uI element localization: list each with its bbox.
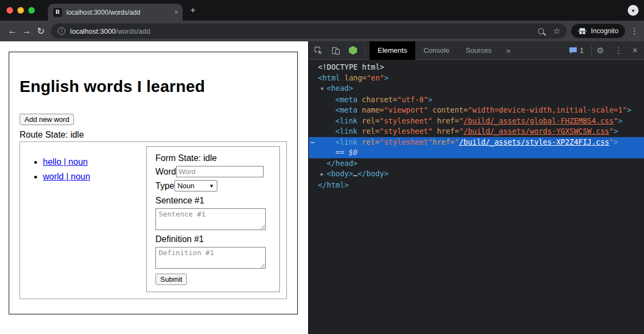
extension-hexagon-icon[interactable] [349, 46, 357, 55]
dom-node-line[interactable]: <meta name="viewport" content="width=dev… [309, 105, 644, 116]
dom-node-line[interactable]: </html> [309, 180, 644, 191]
disclosure-triangle-icon[interactable]: ▼ [321, 84, 327, 95]
minimize-window-button[interactable] [17, 7, 24, 14]
devtools-tabs: ElementsConsoleSources [370, 41, 500, 60]
word-list-item: world | noun [43, 172, 90, 182]
devtools-tab-sources[interactable]: Sources [458, 41, 500, 60]
fullscreen-window-button[interactable] [28, 7, 35, 14]
inspect-element-icon[interactable] [314, 46, 323, 55]
word-link[interactable]: world | noun [43, 172, 90, 181]
type-field-row: Type Noun ▼ [155, 180, 271, 191]
dom-node-line[interactable]: </head> [309, 158, 644, 169]
node-more-actions-icon[interactable]: … [310, 135, 315, 146]
url-text: localhost:3000/words/add [70, 27, 538, 35]
issues-bubble-icon [569, 47, 577, 54]
stylesheet-link: /build/_assets/words-YGXSWCSW.css [464, 127, 609, 135]
stylesheet-link: /build/_assets/styles-XP2Z4FIJ.css [459, 138, 609, 146]
word-input[interactable] [176, 166, 264, 177]
dom-node-line[interactable]: ▼<head> [309, 83, 644, 95]
web-page: English words I learned Add new word Rou… [0, 41, 308, 334]
add-new-word-button[interactable]: Add new word [20, 114, 74, 125]
type-select-value: Noun [178, 182, 195, 190]
dom-node-line[interactable]: …<link rel="stylesheet"href="/build/_ass… [309, 137, 644, 148]
favicon-letter: R [55, 9, 59, 15]
incognito-badge: Incognito [571, 24, 625, 38]
word-label: Word [155, 167, 176, 177]
issues-counter[interactable]: 1 [569, 47, 584, 54]
settings-gear-icon[interactable]: ⚙ [596, 46, 605, 55]
dom-node-line[interactable]: <link rel="stylesheet" href="/build/_ass… [309, 116, 644, 127]
browser-toolbar: ← → ↻ i localhost:3000/words/add ☆ Incog… [0, 21, 644, 41]
dom-node-line[interactable]: == $0 [309, 147, 644, 158]
word-field-row: Word [155, 166, 271, 177]
window-controls [7, 7, 35, 14]
address-bar[interactable]: i localhost:3000/words/add ☆ [51, 23, 567, 39]
dom-node-line[interactable]: <link rel="stylesheet" href="/build/_ass… [309, 126, 644, 137]
incognito-label: Incognito [591, 27, 618, 35]
form-state-text: Form State: idle [155, 153, 271, 163]
word-list-item: hello | noun [43, 157, 90, 167]
definition-label: Definition #1 [155, 234, 271, 244]
incognito-icon [578, 28, 587, 35]
issues-count: 1 [580, 47, 584, 54]
reload-button[interactable]: ↻ [34, 26, 48, 37]
dom-node-line[interactable]: <!DOCTYPE html> [309, 62, 644, 73]
remix-favicon-icon: R [53, 8, 62, 17]
route-state-text: Route State: idle [20, 130, 287, 140]
definition-textarea[interactable] [155, 247, 266, 269]
devtools-toolbar: ElementsConsoleSources » 1 ⚙ ⋮ × [309, 41, 644, 60]
browser-menu-icon[interactable]: ⋮ [630, 26, 639, 36]
type-select[interactable]: Noun ▼ [174, 180, 217, 191]
words-panel: hello | nounworld | noun Form State: idl… [20, 141, 287, 299]
devtools-panel: ElementsConsoleSources » 1 ⚙ ⋮ × <!DOCTY… [308, 41, 644, 334]
type-label: Type [155, 181, 174, 191]
browser-tab[interactable]: R localhost:3000/words/add × [48, 4, 183, 21]
tab-close-icon[interactable]: × [174, 8, 178, 16]
chevron-down-icon: ▾ [632, 8, 634, 14]
zoom-icon[interactable] [538, 28, 544, 34]
bookmark-star-icon[interactable]: ☆ [553, 26, 560, 36]
stylesheet-link: /build/_assets/global-FHZEMBS4.css [464, 116, 614, 125]
more-tabs-icon[interactable]: » [507, 46, 511, 55]
forward-button[interactable]: → [20, 26, 34, 36]
toolbar-divider [365, 46, 365, 55]
back-button[interactable]: ← [5, 26, 20, 36]
page-title: English words I learned [20, 77, 287, 96]
close-window-button[interactable] [7, 7, 13, 14]
devtools-menu-icon[interactable]: ⋮ [615, 46, 623, 55]
word-link[interactable]: hello | noun [43, 157, 87, 166]
dom-node-line[interactable]: ▶<body>…</body> [309, 169, 644, 180]
dom-tree: <!DOCTYPE html><html lang="en">▼<head><m… [309, 60, 644, 190]
tab-title: localhost:3000/words/add [66, 9, 171, 16]
submit-button[interactable]: Submit [155, 274, 187, 285]
tab-strip: R localhost:3000/words/add × + ▾ [0, 0, 644, 21]
new-tab-button[interactable]: + [190, 4, 196, 16]
select-dropdown-arrow-icon: ▼ [209, 183, 214, 189]
page-container: English words I learned Add new word Rou… [9, 52, 298, 314]
devtools-tab-console[interactable]: Console [415, 41, 458, 60]
device-toolbar-icon[interactable] [332, 46, 340, 55]
url-path: /words/add [116, 27, 151, 35]
sentence-textarea[interactable] [155, 208, 266, 230]
sentence-label: Sentence #1 [155, 196, 271, 206]
devtools-tab-elements[interactable]: Elements [370, 41, 415, 60]
dom-node-line[interactable]: <meta charset="utf-8"> [309, 95, 644, 106]
url-host: localhost:3000 [70, 27, 116, 35]
words-list: hello | nounworld | noun [27, 157, 90, 182]
profile-menu-button[interactable]: ▾ [628, 5, 639, 16]
words-section: hello | nounworld | noun [27, 146, 90, 294]
content-area: English words I learned Add new word Rou… [0, 41, 644, 334]
dom-node-line[interactable]: <html lang="en"> [309, 73, 644, 84]
toolbar-divider [591, 46, 592, 55]
add-word-form: Form State: idle Word Type Noun ▼ [146, 146, 280, 292]
site-info-icon[interactable]: i [58, 27, 65, 35]
browser-window: R localhost:3000/words/add × + ▾ ← → ↻ i… [0, 0, 644, 334]
disclosure-triangle-icon[interactable]: ▶ [321, 169, 327, 180]
devtools-close-icon[interactable]: × [633, 46, 637, 55]
